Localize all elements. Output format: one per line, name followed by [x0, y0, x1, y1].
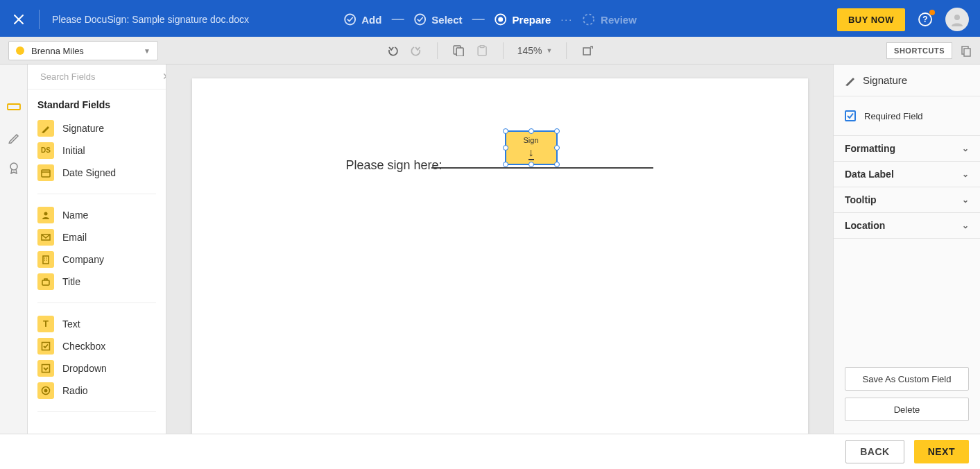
- redo-icon[interactable]: [409, 44, 423, 58]
- field-initial[interactable]: DS Initial: [37, 139, 156, 162]
- buy-now-button[interactable]: BUY NOW: [837, 8, 905, 31]
- signature-tag-label: Sign: [523, 136, 538, 144]
- field-email[interactable]: Email: [37, 226, 156, 248]
- delete-button[interactable]: Delete: [845, 398, 969, 421]
- field-text[interactable]: T Text: [37, 313, 156, 335]
- divider: [566, 42, 567, 59]
- arrow-down-icon: ↓: [528, 147, 534, 160]
- field-label: Signature: [62, 123, 104, 134]
- rail-custom-fields-icon[interactable]: [6, 130, 22, 145]
- field-company[interactable]: Company: [37, 248, 156, 271]
- step-prepare[interactable]: Prepare: [495, 13, 551, 26]
- building-icon: [37, 251, 54, 268]
- section-formatting[interactable]: Formatting ⌄: [834, 136, 980, 162]
- chevron-down-icon: ⌄: [962, 195, 969, 205]
- resize-handle[interactable]: [503, 145, 508, 151]
- svg-point-0: [345, 15, 355, 25]
- field-label: Name: [62, 210, 88, 221]
- required-checkbox[interactable]: [845, 110, 856, 121]
- field-divider: [37, 302, 156, 303]
- section-tooltip[interactable]: Tooltip ⌄: [834, 187, 980, 213]
- signature-icon: [845, 75, 856, 86]
- field-radio[interactable]: Radio: [37, 380, 156, 402]
- zoom-dropdown[interactable]: 145% ▼: [517, 45, 553, 56]
- resize-handle[interactable]: [503, 162, 508, 167]
- resize-handle[interactable]: [554, 162, 560, 167]
- divider: [39, 10, 40, 29]
- step-add[interactable]: Add: [343, 13, 381, 26]
- fields-panel: ✕ Standard Fields Signature DS Initial D…: [28, 65, 166, 434]
- divider: [437, 42, 438, 59]
- toolbar: Brenna Miles ▼ 145% ▼ SHORTCUTS: [0, 37, 980, 65]
- resize-handle[interactable]: [554, 128, 560, 134]
- resize-handle[interactable]: [554, 145, 560, 151]
- step-ellipsis: ···: [560, 14, 573, 25]
- signature-tag[interactable]: Sign ↓: [505, 130, 558, 165]
- back-button[interactable]: BACK: [845, 440, 904, 463]
- step-select[interactable]: Select: [413, 13, 462, 26]
- radio-selected-icon: [495, 13, 507, 26]
- next-button[interactable]: NEXT: [914, 440, 969, 463]
- svg-text:?: ?: [922, 15, 927, 24]
- step-label: Select: [431, 14, 462, 26]
- field-title[interactable]: Title: [37, 271, 156, 293]
- svg-rect-18: [42, 170, 50, 177]
- document-page[interactable]: Please sign here: Sign ↓: [192, 78, 808, 434]
- field-label: Text: [62, 318, 80, 330]
- check-circle-icon: [413, 13, 426, 26]
- step-label: Review: [601, 14, 637, 26]
- rotate-icon[interactable]: [581, 44, 594, 58]
- shortcuts-button[interactable]: SHORTCUTS: [886, 42, 952, 59]
- resize-handle[interactable]: [503, 128, 508, 134]
- field-dropdown[interactable]: Dropdown: [37, 357, 156, 380]
- help-icon[interactable]: ?: [918, 12, 933, 27]
- section-location[interactable]: Location ⌄: [834, 213, 980, 239]
- user-avatar[interactable]: [945, 8, 969, 31]
- header-right: BUY NOW ?: [837, 8, 969, 31]
- svg-point-19: [44, 212, 48, 215]
- field-date-signed[interactable]: Date Signed: [37, 162, 156, 184]
- svg-point-16: [10, 163, 17, 170]
- required-label: Required Field: [864, 111, 923, 121]
- calendar-icon: [37, 164, 54, 181]
- paste-icon[interactable]: [475, 44, 489, 58]
- check-circle-icon: [343, 13, 356, 26]
- section-label: Data Label: [845, 169, 894, 180]
- copy-icon[interactable]: [452, 44, 465, 58]
- field-divider: [37, 194, 156, 194]
- rail-seal-icon[interactable]: [6, 160, 22, 176]
- svg-rect-15: [8, 104, 20, 110]
- recipient-color-swatch: [16, 46, 24, 55]
- resize-handle[interactable]: [528, 128, 534, 134]
- copy-stack-icon[interactable]: [959, 44, 973, 58]
- close-icon[interactable]: [11, 12, 26, 27]
- divider: [503, 42, 504, 59]
- save-custom-field-button[interactable]: Save As Custom Field: [845, 367, 969, 391]
- section-data-label[interactable]: Data Label ⌄: [834, 162, 980, 187]
- left-rail: [0, 65, 28, 434]
- toolbar-right: SHORTCUTS: [886, 42, 973, 59]
- step-label: Add: [361, 14, 381, 26]
- chevron-down-icon: ⌄: [962, 221, 969, 230]
- field-label: Checkbox: [62, 341, 105, 352]
- field-checkbox[interactable]: Checkbox: [37, 335, 156, 357]
- briefcase-icon: [37, 273, 54, 290]
- field-label: Email: [62, 232, 87, 243]
- search-input[interactable]: [40, 71, 157, 82]
- rail-standard-fields-icon[interactable]: [6, 99, 22, 114]
- search-wrapper: ✕: [28, 65, 166, 89]
- circle-dashed-icon: [583, 13, 595, 26]
- resize-handle[interactable]: [528, 162, 534, 167]
- field-signature[interactable]: Signature: [37, 117, 156, 139]
- properties-panel: Signature Required Field Formatting ⌄ Da…: [833, 65, 980, 434]
- svg-rect-14: [964, 49, 970, 56]
- document-body-text: Please sign here:: [346, 158, 442, 173]
- recipient-name: Brenna Miles: [31, 46, 144, 56]
- field-label: Title: [62, 276, 80, 287]
- radio-icon: [37, 382, 54, 399]
- recipient-dropdown[interactable]: Brenna Miles ▼: [8, 41, 158, 60]
- field-name[interactable]: Name: [37, 204, 156, 226]
- undo-icon[interactable]: [386, 44, 399, 58]
- svg-point-1: [415, 15, 425, 25]
- document-canvas[interactable]: Please sign here: Sign ↓: [166, 65, 833, 434]
